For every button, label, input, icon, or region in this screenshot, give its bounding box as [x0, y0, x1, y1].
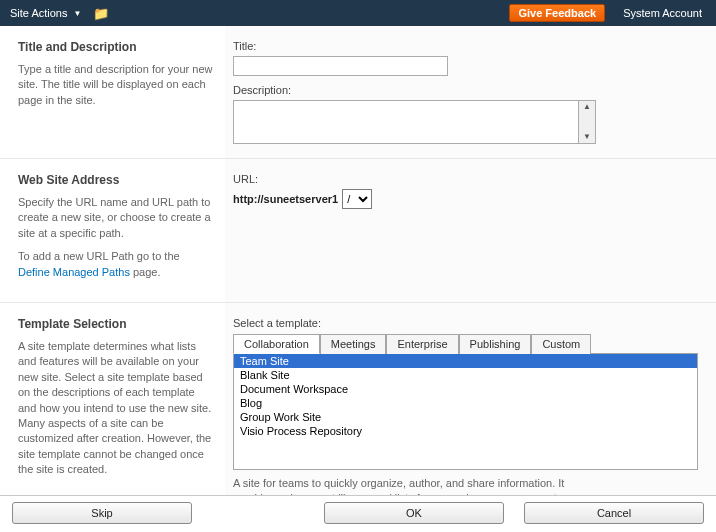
- address-help-2: To add a new URL Path go to the Define M…: [18, 249, 213, 280]
- template-description: A site for teams to quickly organize, au…: [233, 476, 593, 495]
- skip-button[interactable]: Skip: [12, 502, 192, 524]
- select-template-label: Select a template:: [233, 317, 698, 329]
- tab-publishing[interactable]: Publishing: [459, 334, 532, 354]
- section-title-description: Title and Description Type a title and d…: [0, 26, 716, 158]
- description-textarea[interactable]: [233, 100, 579, 144]
- template-item-blank-site[interactable]: Blank Site: [234, 368, 697, 382]
- title-input[interactable]: [233, 56, 448, 76]
- dialog-footer: Skip OK Cancel: [0, 495, 716, 532]
- give-feedback-button[interactable]: Give Feedback: [509, 4, 605, 22]
- template-item-blog[interactable]: Blog: [234, 396, 697, 410]
- address-help-1: Specify the URL name and URL path to cre…: [18, 195, 213, 241]
- template-listbox[interactable]: Team Site Blank Site Document Workspace …: [233, 354, 698, 470]
- url-name-input[interactable]: [376, 191, 380, 208]
- title-label: Title:: [233, 40, 698, 52]
- section-template-selection: Template Selection A site template deter…: [0, 302, 716, 495]
- template-item-team-site[interactable]: Team Site: [234, 354, 697, 368]
- section-help: Type a title and description for your ne…: [18, 62, 213, 108]
- template-item-group-work-site[interactable]: Group Work Site: [234, 410, 697, 424]
- template-tabstrip: Collaboration Meetings Enterprise Publis…: [233, 333, 698, 354]
- description-label: Description:: [233, 84, 698, 96]
- scroll-down-icon[interactable]: ▼: [579, 131, 595, 143]
- template-item-visio-process-repository[interactable]: Visio Process Repository: [234, 424, 697, 438]
- section-heading: Template Selection: [18, 317, 213, 331]
- tab-meetings[interactable]: Meetings: [320, 334, 387, 354]
- navigate-up-icon[interactable]: 📁: [93, 7, 109, 20]
- cancel-button[interactable]: Cancel: [524, 502, 704, 524]
- url-base-text: http://suneetserver1: [233, 193, 338, 205]
- tab-custom[interactable]: Custom: [531, 334, 591, 354]
- textarea-scrollbar[interactable]: ▲ ▼: [579, 100, 596, 144]
- site-actions-menu[interactable]: Site Actions ▼ 📁: [10, 7, 109, 20]
- site-actions-label: Site Actions: [10, 7, 67, 19]
- define-managed-paths-link[interactable]: Define Managed Paths: [18, 266, 130, 278]
- section-web-address: Web Site Address Specify the URL name an…: [0, 158, 716, 302]
- url-path-select[interactable]: /: [342, 189, 372, 209]
- template-item-document-workspace[interactable]: Document Workspace: [234, 382, 697, 396]
- tab-enterprise[interactable]: Enterprise: [386, 334, 458, 354]
- ok-button[interactable]: OK: [324, 502, 504, 524]
- form-body: Title and Description Type a title and d…: [0, 26, 716, 495]
- url-label: URL:: [233, 173, 698, 185]
- section-heading: Web Site Address: [18, 173, 213, 187]
- chevron-down-icon: ▼: [73, 9, 81, 18]
- top-ribbon: Site Actions ▼ 📁 Give Feedback System Ac…: [0, 0, 716, 26]
- section-heading: Title and Description: [18, 40, 213, 54]
- template-help-left: A site template determines what lists an…: [18, 339, 213, 478]
- user-menu[interactable]: System Account: [619, 7, 706, 19]
- tab-collaboration[interactable]: Collaboration: [233, 334, 320, 354]
- scroll-up-icon[interactable]: ▲: [579, 101, 595, 113]
